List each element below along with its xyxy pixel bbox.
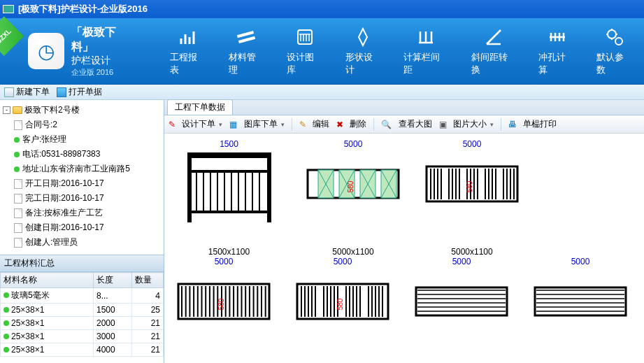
tree-item-label: 开工日期:2016-10-17: [25, 178, 104, 190]
svg-rect-45: [485, 169, 486, 199]
svg-rect-49: [503, 169, 504, 199]
svg-rect-52: [513, 169, 515, 199]
bullet-icon: [3, 347, 9, 353]
ribbon-diagonal[interactable]: 斜间距转换: [467, 23, 520, 79]
design-gallery[interactable]: 1500 1500x1100 5000 580 5000x1100 5000 5…: [164, 134, 644, 363]
open-file-icon: [57, 87, 66, 97]
svg-rect-5: [267, 152, 271, 222]
tree-item[interactable]: 创建人:管理员: [14, 235, 162, 250]
gallery-item[interactable]: 5000 5000x1100: [402, 257, 521, 363]
tree-root[interactable]: - 极致下料2号楼: [1, 103, 162, 118]
gallery-item[interactable]: 5000 580 5000x1100: [294, 139, 413, 257]
edit-button[interactable]: ✎ 编辑: [299, 118, 329, 130]
new-file-icon: [4, 87, 14, 97]
tree-item-label: 创建日期:2016-10-17: [25, 222, 104, 234]
svg-rect-58: [193, 286, 194, 317]
svg-rect-43: [473, 169, 475, 199]
tree-item-label: 完工日期:2016-10-17: [25, 192, 104, 204]
svg-rect-82: [311, 286, 313, 317]
svg-rect-46: [488, 169, 489, 199]
svg-rect-73: [253, 286, 255, 317]
tree-item[interactable]: 电话:0531-88987383: [14, 147, 162, 162]
svg-rect-72: [249, 286, 250, 317]
svg-rect-95: [371, 286, 373, 317]
folder-icon: [13, 106, 22, 114]
svg-rect-94: [368, 286, 369, 317]
tree-item[interactable]: 合同号:2: [14, 118, 162, 132]
table-row[interactable]: 25×38×1400021: [1, 343, 164, 357]
app-title-block: 「极致下料」 护栏设计 企业版 2016: [71, 25, 138, 78]
gallery-item[interactable]: 5000 580 5000x1100: [164, 257, 283, 363]
punch-icon: [545, 26, 568, 48]
lib-order-button[interactable]: ▦ 图库下单: [229, 118, 284, 130]
collapse-icon[interactable]: -: [3, 106, 10, 114]
tree-item[interactable]: 客户:张经理: [14, 132, 162, 147]
svg-rect-55: [181, 286, 183, 317]
document-icon: [14, 208, 22, 218]
svg-rect-44: [477, 169, 478, 199]
svg-rect-15: [252, 170, 253, 212]
svg-rect-7: [196, 170, 197, 212]
open-order-button[interactable]: 打开单据: [57, 86, 102, 98]
caption: 1500x1100: [208, 247, 250, 257]
col-len[interactable]: 长度: [94, 273, 132, 288]
delete-button[interactable]: ✖ 删除: [336, 118, 366, 130]
project-tree[interactable]: - 极致下料2号楼 合同号:2客户:张经理电话:0531-88987383地址:…: [0, 100, 164, 255]
tree-item[interactable]: 开工日期:2016-10-17: [14, 176, 162, 191]
view-big-button[interactable]: 🔍 查看大图: [381, 118, 431, 130]
table-row[interactable]: 25×38×1150025: [1, 304, 164, 317]
ribbon-material[interactable]: 材料管理: [224, 23, 269, 79]
system-icon: [3, 5, 14, 13]
gear-icon: [603, 26, 626, 48]
svg-rect-56: [185, 286, 187, 317]
svg-rect-83: [315, 286, 316, 317]
design-order-button[interactable]: ✎ 设计下单: [169, 118, 222, 130]
tree-item[interactable]: 完工日期:2016-10-17: [14, 191, 162, 206]
right-pane: 工程下单数据 ✎ 设计下单 ▦ 图库下单 ✎ 编辑 ✖ 删除 🔍 查看大图 ▣ …: [164, 100, 644, 363]
ribbon-library[interactable]: 设计图库: [282, 23, 327, 79]
pic-size-button[interactable]: ▣ 图片大小: [439, 118, 494, 130]
separator: [501, 118, 501, 131]
ribbon-spacing[interactable]: 计算栏间距: [399, 23, 452, 79]
svg-rect-69: [237, 286, 238, 317]
material-summary-header: 工程材料汇总: [0, 255, 164, 272]
app-title-1: 「极致下料」: [71, 25, 138, 55]
svg-text:580: 580: [336, 298, 344, 310]
window-titlebar: [极致下料]护栏设计-企业版2016: [0, 0, 644, 18]
svg-rect-40: [459, 169, 460, 199]
ribbon-punch[interactable]: 冲孔计算: [534, 23, 579, 79]
svg-text:580: 580: [347, 180, 355, 192]
print-button[interactable]: 🖶 单榀打印: [508, 118, 557, 130]
secondary-toolbar: 新建下单 打开单据: [0, 85, 644, 100]
ribbon-report[interactable]: 工程报表: [166, 23, 210, 79]
material-table[interactable]: 材料名称 长度 数量 玻璃5毫米8...425×38×115002525×38×…: [0, 272, 164, 363]
table-row[interactable]: 25×38×1300021: [1, 330, 164, 343]
svg-rect-16: [259, 170, 260, 212]
separator: [292, 118, 292, 131]
gallery-item[interactable]: 5000 580 5000x1100: [283, 257, 402, 363]
new-order-button[interactable]: 新建下单: [4, 86, 50, 98]
caption: 5000x1100: [451, 247, 492, 257]
gallery-item[interactable]: 1500 1500x1100: [164, 139, 294, 257]
ribbon-defaults[interactable]: 默认参数: [592, 23, 637, 79]
tree-item[interactable]: 备注:按标准生产工艺: [14, 206, 162, 220]
table-row[interactable]: 玻璃5毫米8...4: [1, 288, 164, 304]
svg-rect-14: [245, 170, 246, 212]
svg-rect-61: [205, 286, 206, 317]
tree-item[interactable]: 创建日期:2016-10-17: [14, 220, 162, 235]
svg-text:580: 580: [217, 298, 225, 310]
tab-order-data[interactable]: 工程下单数据: [167, 99, 233, 115]
col-name[interactable]: 材料名称: [1, 273, 94, 288]
bullet-icon: [14, 166, 20, 172]
document-icon: [14, 238, 22, 248]
col-qty[interactable]: 数量: [132, 273, 164, 288]
table-row[interactable]: 25×38×1200021: [1, 317, 164, 330]
separator: [373, 118, 374, 131]
library-icon: [294, 26, 316, 48]
ribbon-shape[interactable]: 形状设计: [341, 23, 386, 79]
gallery-item[interactable]: 5000 580 5000x1100: [413, 139, 531, 257]
tree-item[interactable]: 地址:山东省济南市工业南路5: [14, 162, 162, 176]
gallery-item[interactable]: 5000 5000x1100: [521, 257, 640, 363]
bullet-icon: [14, 137, 20, 143]
left-pane: - 极致下料2号楼 合同号:2客户:张经理电话:0531-88987383地址:…: [0, 100, 164, 363]
